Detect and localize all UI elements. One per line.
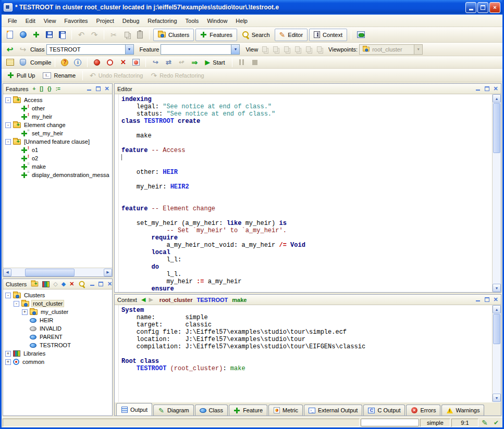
maximize-icon[interactable] xyxy=(97,281,105,287)
breakpoints-tool-icon[interactable] xyxy=(130,57,142,68)
tree-row[interactable]: +Libraries xyxy=(3,349,112,358)
expander-icon[interactable]: - xyxy=(5,293,11,298)
close-button[interactable]: × xyxy=(489,2,500,13)
tree-row[interactable]: -Access xyxy=(3,96,112,104)
tree-row[interactable]: -[Unnamed feature clause] xyxy=(3,137,112,146)
expander-icon[interactable]: - xyxy=(5,139,11,145)
chevron-down-icon[interactable]: ▼ xyxy=(125,45,133,54)
tree-row[interactable]: o1 xyxy=(3,146,112,154)
clusters-tool-button[interactable]: Clusters xyxy=(153,29,194,41)
features-hscrollbar[interactable]: ◀ ▶ xyxy=(3,268,112,276)
minimize-icon[interactable] xyxy=(85,85,93,92)
run-no-stop-icon[interactable]: ⇒ xyxy=(189,57,200,68)
feature-combobox[interactable]: ▼ xyxy=(161,44,240,55)
close-icon[interactable]: ✕ xyxy=(492,85,499,92)
class-combobox[interactable]: TESTROOT ▼ xyxy=(46,44,134,55)
delete-icon[interactable]: ✕ xyxy=(69,281,74,287)
tree-row[interactable]: PARENT xyxy=(3,333,112,341)
melt-icon[interactable] xyxy=(17,57,29,68)
tree-row[interactable]: +my_cluster xyxy=(3,308,112,316)
tab-external-output[interactable]: ›_External Output xyxy=(304,405,362,415)
brackets-icon[interactable]: [] xyxy=(40,86,43,92)
maximize-icon[interactable] xyxy=(94,85,102,92)
menu-item-edit[interactable]: Edit xyxy=(21,16,40,26)
expander-icon[interactable]: + xyxy=(5,351,11,357)
minimize-icon[interactable] xyxy=(474,296,482,303)
context-output-area[interactable]: System name: simple target: classic conf… xyxy=(115,305,492,402)
step-into-icon[interactable]: ⇄ xyxy=(163,57,174,68)
new-feature-icon[interactable] xyxy=(30,29,42,41)
disable-breakpoints-icon[interactable] xyxy=(104,57,116,68)
diamond-filled-icon[interactable]: ◆ xyxy=(62,281,66,287)
scroll-down-icon[interactable]: ▼ xyxy=(493,284,501,292)
menu-item-tools[interactable]: Tools xyxy=(181,16,203,26)
scroll-left-icon[interactable]: ◀ xyxy=(3,269,11,276)
vscroll-thumb[interactable] xyxy=(493,103,500,153)
context-tool-button[interactable]: Context xyxy=(309,29,347,41)
menu-item-refactoring[interactable]: Refactoring xyxy=(143,16,181,26)
tree-row[interactable]: -root_cluster xyxy=(3,299,112,308)
menu-item-view[interactable]: View xyxy=(40,16,60,26)
scroll-up-icon[interactable]: ▲ xyxy=(493,305,501,313)
minimize-button[interactable] xyxy=(465,2,476,13)
check-icon[interactable]: ✔ xyxy=(491,419,501,426)
start-button[interactable]: ▶ Start xyxy=(202,56,228,69)
close-icon[interactable]: ✕ xyxy=(106,281,114,287)
features-tool-button[interactable]: Features xyxy=(195,29,237,41)
maximize-icon[interactable] xyxy=(483,85,490,92)
history-back-icon[interactable]: ◀ xyxy=(141,296,145,303)
hscroll-thumb[interactable] xyxy=(25,269,75,276)
enable-breakpoints-icon[interactable] xyxy=(91,57,103,68)
maximize-icon[interactable] xyxy=(483,296,490,303)
tree-row[interactable]: +common xyxy=(3,358,112,366)
save-all-icon[interactable] xyxy=(56,29,68,41)
close-icon[interactable]: ✕ xyxy=(103,85,110,92)
menu-item-file[interactable]: File xyxy=(4,16,21,26)
tree-row[interactable]: o2 xyxy=(3,154,112,162)
scroll-down-icon[interactable]: ▼ xyxy=(493,394,501,402)
tree-row[interactable]: other xyxy=(3,104,112,112)
scroll-right-icon[interactable]: ▶ xyxy=(104,269,112,276)
editor-code-area[interactable]: indexing legal: "See notice at end of cl… xyxy=(115,94,492,292)
back-icon[interactable]: ↩ xyxy=(4,44,16,55)
tree-row[interactable]: TESTROOT xyxy=(3,341,112,349)
tree-row[interactable]: make xyxy=(3,162,112,171)
search-button[interactable]: Search xyxy=(239,29,273,41)
maximize-button[interactable] xyxy=(477,2,488,13)
editor-tool-button[interactable]: ✎ Editor xyxy=(275,29,308,41)
editor-vscrollbar[interactable]: ▲ ▼ xyxy=(492,94,501,292)
search-icon[interactable] xyxy=(78,281,85,287)
tree-row[interactable]: display_demonstration_messa xyxy=(3,171,112,179)
menu-item-favorites[interactable]: Favorites xyxy=(60,16,92,26)
expander-icon[interactable]: - xyxy=(14,301,19,307)
expander-icon[interactable]: + xyxy=(5,359,11,365)
menu-item-help[interactable]: Help xyxy=(231,16,252,26)
context-vscrollbar[interactable]: ▲ ▼ xyxy=(492,305,501,402)
tab-c-output[interactable]: CC Output xyxy=(363,405,405,415)
project-settings-icon[interactable] xyxy=(4,57,16,68)
add-library-icon[interactable] xyxy=(42,281,50,287)
menu-item-project[interactable]: Project xyxy=(92,16,118,26)
tab-metric[interactable]: Metric xyxy=(268,405,303,415)
minimize-icon[interactable] xyxy=(89,281,96,287)
expander-icon[interactable]: + xyxy=(22,309,28,315)
tree-row[interactable]: INVALID xyxy=(3,324,112,333)
vscroll-thumb[interactable] xyxy=(493,314,500,344)
scroll-up-icon[interactable]: ▲ xyxy=(493,94,501,103)
clusters-tree[interactable]: -Clusters-root_cluster+my_clusterHEIRINV… xyxy=(3,289,112,415)
rename-button[interactable]: I.. Rename xyxy=(40,69,79,82)
expander-icon[interactable]: - xyxy=(5,97,11,103)
menu-item-debug[interactable]: Debug xyxy=(118,16,143,26)
tab-output[interactable]: Output xyxy=(116,403,152,415)
open-icon[interactable] xyxy=(17,29,29,41)
tab-feature[interactable]: Feature xyxy=(229,405,267,415)
tree-row[interactable]: my_heir xyxy=(3,112,112,121)
remove-breakpoints-icon[interactable]: ✕ xyxy=(117,57,129,68)
tab-class[interactable]: Class xyxy=(195,405,228,415)
assign-icon[interactable]: := xyxy=(56,86,60,92)
features-tree[interactable]: -Accessothermy_heir-Element changeset_my… xyxy=(3,94,112,268)
tab-diagram[interactable]: ✎Diagram xyxy=(153,405,194,415)
breadcrumb-feature[interactable]: make xyxy=(232,297,247,303)
tree-row[interactable]: set_my_heir xyxy=(3,129,112,137)
tab-warnings[interactable]: Warnings xyxy=(441,405,484,415)
